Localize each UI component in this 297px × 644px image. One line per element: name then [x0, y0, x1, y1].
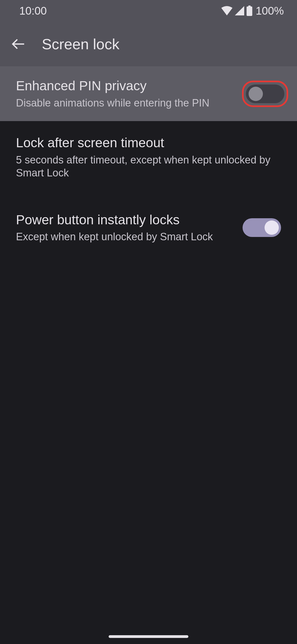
battery-icon: [246, 6, 252, 16]
cellular-icon: [235, 6, 244, 15]
settings-list: Enhanced PIN privacy Disable animations …: [0, 66, 297, 259]
svg-rect-0: [246, 6, 252, 16]
setting-text: Power button instantly locks Except when…: [16, 212, 234, 244]
toggle-wrapper: [243, 218, 281, 237]
status-icons: 100%: [221, 5, 284, 17]
setting-text: Lock after screen timeout 5 seconds afte…: [16, 135, 281, 180]
setting-subtitle: Disable animations while entering the PI…: [16, 97, 234, 110]
setting-power-button-locks[interactable]: Power button instantly locks Except when…: [0, 195, 297, 259]
setting-subtitle: 5 seconds after timeout, except when kep…: [16, 154, 281, 180]
setting-title: Power button instantly locks: [16, 212, 234, 228]
setting-title: Lock after screen timeout: [16, 135, 281, 151]
svg-rect-1: [248, 6, 251, 7]
status-time: 10:00: [19, 5, 47, 17]
setting-title: Enhanced PIN privacy: [16, 78, 234, 94]
toggle-knob: [249, 87, 263, 101]
toggle-knob: [265, 220, 279, 235]
power-button-locks-toggle[interactable]: [243, 218, 281, 237]
setting-subtitle: Except when kept unlocked by Smart Lock: [16, 230, 234, 244]
status-bar: 10:00 100%: [0, 0, 297, 21]
toggle-highlight-frame: [242, 81, 288, 107]
setting-enhanced-pin-privacy[interactable]: Enhanced PIN privacy Disable animations …: [0, 66, 297, 121]
setting-lock-after-timeout[interactable]: Lock after screen timeout 5 seconds afte…: [0, 121, 297, 195]
arrow-left-icon: [12, 37, 25, 51]
enhanced-pin-privacy-toggle[interactable]: [246, 84, 284, 103]
navigation-handle[interactable]: [109, 635, 188, 638]
back-button[interactable]: [12, 37, 25, 51]
page-title: Screen lock: [42, 36, 119, 53]
wifi-icon: [221, 6, 233, 15]
battery-percentage: 100%: [256, 5, 284, 17]
setting-text: Enhanced PIN privacy Disable animations …: [16, 78, 234, 110]
app-bar: Screen lock: [0, 21, 297, 66]
